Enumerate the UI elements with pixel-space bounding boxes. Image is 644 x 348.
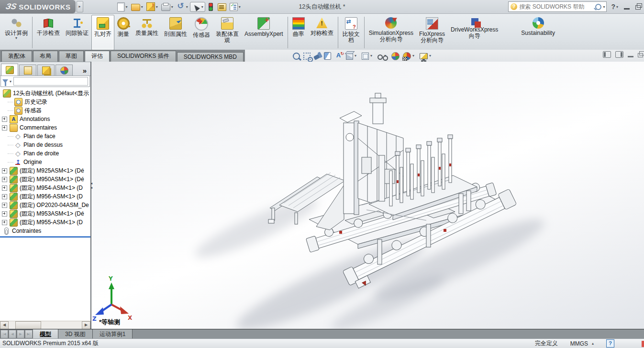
- section-view-icon[interactable]: [324, 52, 331, 60]
- tree-item-component-m955asm[interactable]: (固定) M955-ASM<1> (D: [0, 218, 90, 227]
- dropdown-arrow-icon[interactable]: [370, 54, 374, 58]
- minimize-button[interactable]: [622, 3, 631, 11]
- tree-item-component-m954asm[interactable]: (固定) M954-ASM<1> (D: [0, 184, 90, 192]
- units-label[interactable]: MMGS: [570, 340, 588, 347]
- rotate-view-icon[interactable]: [334, 52, 343, 60]
- doc-minimize-icon[interactable]: [628, 56, 633, 57]
- tab-solidworks-mbd[interactable]: SOLIDWORKS MBD: [177, 52, 244, 62]
- quick-tips-icon[interactable]: ?: [606, 339, 614, 348]
- expand-icon[interactable]: [2, 125, 7, 130]
- model-3d[interactable]: Y X Z: [91, 62, 644, 329]
- filter-dropdown-arrow-icon[interactable]: [10, 79, 11, 84]
- expand-icon[interactable]: [2, 185, 7, 191]
- ribbon-design-study[interactable]: 设计算例 ▾: [2, 15, 31, 50]
- panel-horizontal-scrollbar[interactable]: ◀ ▶: [0, 321, 90, 329]
- menu-expand-arrow-icon[interactable]: ▸: [77, 1, 83, 12]
- previous-view-icon[interactable]: [313, 54, 321, 60]
- new-document-button[interactable]: [116, 1, 129, 12]
- tree-item-contraintes[interactable]: Contraintes: [0, 227, 90, 235]
- ribbon-assembly-visualization[interactable]: 装配体直观: [213, 15, 242, 50]
- ribbon-symmetry-check[interactable]: 对称检查: [308, 15, 336, 50]
- tab-propertymanager[interactable]: [19, 65, 36, 76]
- tab-motion-study-1[interactable]: 运动算例1: [93, 329, 133, 339]
- ribbon-section-properties[interactable]: 剖面属性: [161, 15, 190, 50]
- zoom-to-area-icon[interactable]: [303, 53, 311, 60]
- solidworks-logo[interactable]: ЗS SOLIDWORKS: [0, 0, 76, 13]
- expand-icon[interactable]: [2, 211, 7, 217]
- tree-item-annotations[interactable]: Annotations: [0, 115, 90, 123]
- ribbon-interference-detection[interactable]: 干涉检查: [34, 15, 63, 50]
- ribbon-hole-alignment[interactable]: 孔对齐: [91, 15, 114, 50]
- tab-assembly[interactable]: 装配体: [1, 51, 32, 62]
- units-dropdown-icon[interactable]: [592, 341, 594, 346]
- ribbon-simulationxpress[interactable]: SimulationXpress 分析向导: [366, 15, 416, 50]
- ribbon-assemblyxpert[interactable]: AssemblyXpert: [242, 15, 286, 50]
- tree-item-root[interactable]: 12头自动螺丝机 (Défaut<显示: [0, 89, 90, 98]
- expand-icon[interactable]: [2, 203, 7, 208]
- expand-icon[interactable]: [2, 117, 7, 122]
- previous-tab-icon[interactable]: ◀: [9, 330, 16, 338]
- selection-filter-button[interactable]: [206, 2, 216, 12]
- tree-splitter[interactable]: [0, 236, 90, 238]
- expand-icon[interactable]: [2, 177, 7, 182]
- dropdown-arrow-icon[interactable]: [355, 54, 358, 58]
- graphics-viewport[interactable]: Y X Z *等轴测: [91, 62, 644, 329]
- tree-item-component-m956asm[interactable]: (固定) M956-ASM<1> (D: [0, 192, 90, 201]
- tree-item-plan-de-face[interactable]: Plan de face: [0, 132, 90, 141]
- more-tabs-chevron-icon[interactable]: [80, 66, 89, 76]
- tree-item-component-m925asm[interactable]: (固定) M925ASM<1> (Dé: [0, 166, 90, 175]
- next-tab-icon[interactable]: ▶: [17, 330, 24, 338]
- ribbon-clearance-verification[interactable]: 间隙验证: [63, 15, 91, 50]
- ribbon-sensors[interactable]: 传感器: [190, 15, 213, 50]
- restore-button[interactable]: [634, 3, 642, 11]
- tab-evaluate[interactable]: 评估: [85, 51, 110, 62]
- undo-button[interactable]: [175, 1, 189, 12]
- search-icon[interactable]: [595, 4, 601, 10]
- options-button[interactable]: [228, 1, 242, 12]
- search-dropdown-arrow-icon[interactable]: [603, 5, 605, 9]
- display-style-icon[interactable]: [362, 53, 369, 60]
- ribbon-driveworksxpress[interactable]: DriveWorksXpress 向导: [448, 15, 501, 50]
- apply-scene-icon[interactable]: [403, 52, 411, 60]
- ribbon-floxpress[interactable]: FloXpress 分析向导: [416, 15, 448, 50]
- zoom-to-fit-icon[interactable]: [293, 53, 300, 60]
- expand-icon[interactable]: [2, 220, 7, 225]
- tab-featuremanager-tree[interactable]: [1, 64, 18, 76]
- first-tab-icon[interactable]: |◀: [0, 330, 8, 338]
- tree-item-component-op2020[interactable]: (固定) OP2020-04ASM_De: [0, 201, 90, 209]
- tree-item-history[interactable]: 历史记录: [0, 98, 90, 106]
- hide-show-items-icon[interactable]: [378, 54, 383, 60]
- tree-item-sensors[interactable]: 传感器: [0, 106, 90, 115]
- ribbon-sustainability[interactable]: Sustainability: [518, 15, 558, 50]
- expand-icon[interactable]: [2, 168, 7, 174]
- dropdown-arrow-icon[interactable]: [429, 54, 433, 58]
- tree-item-plan-de-dessus[interactable]: Plan de dessus: [0, 141, 90, 149]
- file-properties-button[interactable]: [216, 1, 228, 12]
- search-input[interactable]: [517, 3, 595, 10]
- last-tab-icon[interactable]: ▶|: [25, 330, 33, 338]
- tree-item-origine[interactable]: Origine: [0, 158, 90, 166]
- tab-solidworks-addins[interactable]: SOLIDWORKS 插件: [111, 51, 176, 62]
- view-settings-icon[interactable]: [420, 53, 428, 59]
- view-orientation-icon[interactable]: [346, 53, 353, 60]
- filter-funnel-icon[interactable]: [2, 79, 8, 83]
- ribbon-measure[interactable]: 测量: [114, 15, 133, 50]
- tree-item-commentaires[interactable]: Commentaires: [0, 123, 90, 132]
- collapse-right-pane-icon[interactable]: [615, 51, 623, 58]
- tab-model[interactable]: 模型: [33, 329, 58, 339]
- ribbon-mass-properties[interactable]: 质量属性: [133, 15, 161, 50]
- tab-layout[interactable]: 布局: [33, 51, 58, 62]
- dropdown-arrow-icon[interactable]: [412, 54, 416, 58]
- tree-item-component-m953asm[interactable]: (固定) M953ASM<1> (Dé: [0, 209, 90, 218]
- collapse-left-pane-icon[interactable]: [603, 51, 611, 58]
- tab-displaymanager[interactable]: [56, 65, 73, 76]
- ribbon-curvature[interactable]: 曲率: [289, 15, 308, 50]
- open-button[interactable]: [130, 1, 144, 12]
- tab-sketch[interactable]: 草图: [59, 51, 84, 62]
- doc-restore-icon[interactable]: [638, 53, 643, 57]
- filter-input[interactable]: [13, 77, 88, 86]
- expand-icon[interactable]: [2, 194, 7, 199]
- save-button[interactable]: [145, 1, 159, 12]
- print-button[interactable]: [160, 1, 175, 12]
- help-button[interactable]: [610, 2, 620, 11]
